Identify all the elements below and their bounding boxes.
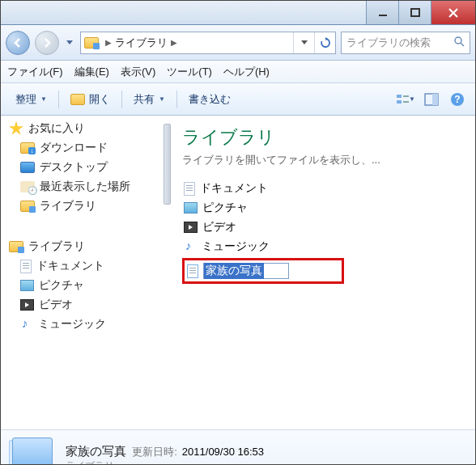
library-icon <box>187 264 198 278</box>
command-toolbar: 整理▼ 開く 共有▼ 書き込む ▼ ? <box>1 83 475 116</box>
sidebar-music[interactable]: ミュージック <box>1 315 163 334</box>
picture-icon <box>184 202 198 213</box>
details-modified-value: 2011/09/30 16:53 <box>182 446 264 458</box>
picture-icon <box>20 280 34 291</box>
navigation-bar: ▶ ライブラリ ▶ ライブラリの検索 <box>1 25 475 61</box>
svg-rect-6 <box>403 95 409 97</box>
back-button[interactable] <box>6 31 30 55</box>
search-placeholder: ライブラリの検索 <box>346 36 431 50</box>
star-icon <box>9 121 23 136</box>
breadcrumb-separator-icon[interactable]: ▶ <box>102 38 115 47</box>
open-folder-icon <box>70 92 85 107</box>
maximize-button[interactable] <box>398 1 431 24</box>
libraries-icon <box>81 37 102 49</box>
svg-rect-4 <box>397 95 402 98</box>
library-documents[interactable]: ドキュメント <box>182 179 464 198</box>
document-icon <box>184 182 195 196</box>
menu-view[interactable]: 表示(V) <box>121 65 155 79</box>
pane-splitter[interactable] <box>163 116 171 429</box>
sidebar-videos[interactable]: ビデオ <box>1 295 163 315</box>
navigation-pane: お気に入り ↓ダウンロード デスクトップ 最近表示した場所 ライブラリ ライブラ… <box>1 116 163 429</box>
sidebar-desktop[interactable]: デスクトップ <box>1 158 163 177</box>
details-pane: 家族の写真 更新日時:2011/09/30 16:53 ライブラリ <box>1 429 475 465</box>
open-button[interactable]: 開く <box>64 89 117 110</box>
details-type: ライブラリ <box>66 459 264 466</box>
svg-point-2 <box>455 37 461 44</box>
svg-rect-0 <box>379 15 387 16</box>
menu-help[interactable]: ヘルプ(H) <box>223 65 270 79</box>
breadcrumb-location[interactable]: ライブラリ <box>115 36 168 50</box>
breadcrumb-separator-icon[interactable]: ▶ <box>168 38 181 47</box>
share-button[interactable]: 共有▼ <box>127 89 172 110</box>
desktop-icon <box>20 162 35 173</box>
libraries-icon <box>9 241 23 252</box>
burn-button[interactable]: 書き込む <box>182 89 237 110</box>
search-box[interactable]: ライブラリの検索 <box>341 32 470 54</box>
menu-file[interactable]: ファイル(F) <box>7 65 63 79</box>
libraries-group[interactable]: ライブラリ <box>1 237 163 256</box>
rename-input[interactable]: 家族の写真 <box>203 263 289 279</box>
organize-button[interactable]: 整理▼ <box>9 89 53 110</box>
sidebar-libraries-fav[interactable]: ライブラリ <box>1 197 163 216</box>
refresh-button[interactable] <box>314 32 335 53</box>
library-videos[interactable]: ビデオ <box>182 218 464 237</box>
minimize-button[interactable] <box>366 1 398 24</box>
content-pane: ライブラリ ライブラリを開いてファイルを表示し、... ドキュメント ピクチャ … <box>171 116 475 429</box>
toolbar-separator <box>121 91 122 108</box>
libraries-icon <box>20 201 35 212</box>
svg-rect-1 <box>411 9 419 16</box>
help-button[interactable]: ? <box>448 90 467 109</box>
sidebar-recent[interactable]: 最近表示した場所 <box>1 177 163 197</box>
svg-rect-5 <box>397 100 402 104</box>
forward-button[interactable] <box>35 31 59 55</box>
toolbar-separator <box>58 91 59 108</box>
address-dropdown-button[interactable] <box>293 32 314 53</box>
details-modified-label: 更新日時: <box>132 446 177 458</box>
music-icon <box>20 318 33 331</box>
library-music[interactable]: ミュージック <box>182 237 464 256</box>
folder-icon: ↓ <box>20 142 35 154</box>
nav-history-dropdown[interactable] <box>64 40 75 45</box>
toolbar-separator <box>176 91 177 108</box>
svg-rect-9 <box>432 94 438 105</box>
menu-bar: ファイル(F) 編集(E) 表示(V) ツール(T) ヘルプ(H) <box>1 61 475 83</box>
svg-line-3 <box>461 43 464 46</box>
music-icon <box>184 240 197 253</box>
document-icon <box>20 260 32 273</box>
content-subtitle: ライブラリを開いてファイルを表示し、... <box>182 153 464 167</box>
menu-edit[interactable]: 編集(E) <box>74 65 109 79</box>
selected-item-icon <box>12 438 54 466</box>
svg-rect-7 <box>403 101 409 103</box>
search-icon <box>453 36 465 49</box>
sidebar-pictures[interactable]: ピクチャ <box>1 276 163 295</box>
sidebar-downloads[interactable]: ↓ダウンロード <box>1 138 163 158</box>
menu-tools[interactable]: ツール(T) <box>167 65 212 79</box>
view-options-button[interactable]: ▼ <box>396 90 415 109</box>
recent-icon <box>20 181 35 192</box>
close-button[interactable] <box>431 1 475 24</box>
library-new-renaming[interactable]: 家族の写真 <box>182 258 344 284</box>
preview-pane-button[interactable] <box>422 90 441 109</box>
window-titlebar <box>1 1 475 25</box>
library-pictures[interactable]: ピクチャ <box>182 198 464 218</box>
sidebar-documents[interactable]: ドキュメント <box>1 256 163 276</box>
video-icon <box>20 299 34 311</box>
content-heading: ライブラリ <box>182 125 464 150</box>
favorites-group[interactable]: お気に入り <box>1 119 163 138</box>
video-icon <box>184 222 198 233</box>
details-name: 家族の写真 <box>66 444 126 458</box>
address-bar[interactable]: ▶ ライブラリ ▶ <box>80 32 336 54</box>
svg-text:?: ? <box>454 94 460 105</box>
